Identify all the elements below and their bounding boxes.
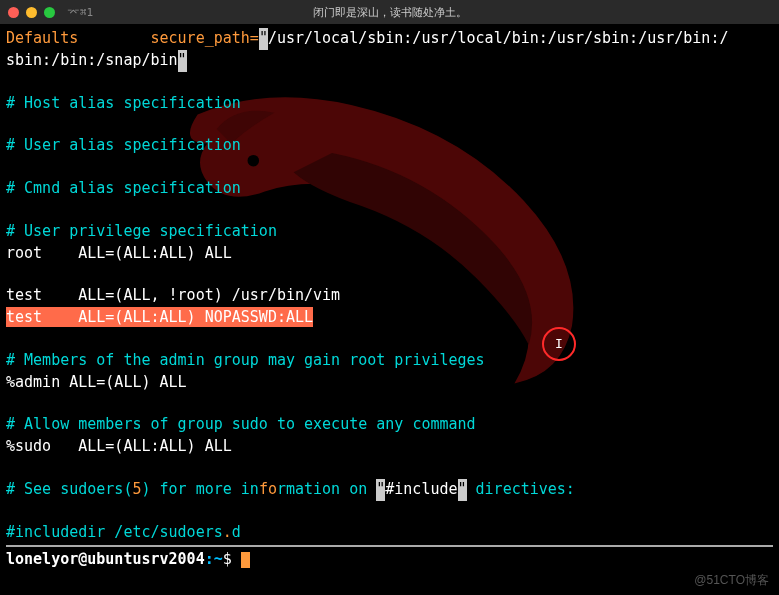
- comment-line: # Allow members of group sudo to execute…: [6, 414, 773, 436]
- comment-line: # User alias specification: [6, 135, 773, 157]
- comment-line: # See sudoers(5) for more information on…: [6, 479, 773, 501]
- comment-line: # User privilege specification: [6, 221, 773, 243]
- cursor-icon: [241, 552, 250, 568]
- shell-prompt[interactable]: lonelyor@ubuntusrv2004:~$: [6, 547, 773, 571]
- comment-line: # Cmnd alias specification: [6, 178, 773, 200]
- blank-line: [6, 200, 773, 221]
- terminal-content: Defaults secure_path="/usr/local/sbin:/u…: [6, 28, 773, 571]
- prompt-host: ubuntusrv2004: [87, 550, 204, 568]
- minimize-icon[interactable]: [26, 7, 37, 18]
- sudoers-line: Defaults secure_path="/usr/local/sbin:/u…: [6, 28, 773, 50]
- window-title: 闭门即是深山，读书随处净土。: [313, 5, 467, 20]
- blank-line: [6, 329, 773, 350]
- sudoers-line: test ALL=(ALL, !root) /usr/bin/vim: [6, 285, 773, 307]
- comment-line: # Members of the admin group may gain ro…: [6, 350, 773, 372]
- blank-line: [6, 458, 773, 479]
- blank-line: [6, 264, 773, 285]
- comment-line: # Host alias specification: [6, 93, 773, 115]
- blank-line: [6, 114, 773, 135]
- comment-line: #includedir /etc/sudoers.d: [6, 522, 773, 544]
- titlebar: ⌤⌘1 闭门即是深山，读书随处净土。: [0, 0, 779, 24]
- traffic-lights: [8, 7, 55, 18]
- blank-line: [6, 72, 773, 93]
- tab-indicator: ⌤⌘1: [67, 6, 93, 19]
- sudoers-line: %admin ALL=(ALL) ALL: [6, 372, 773, 394]
- prompt-user: lonelyor: [6, 550, 78, 568]
- maximize-icon[interactable]: [44, 7, 55, 18]
- prompt-path: ~: [214, 550, 223, 568]
- sudoers-line: root ALL=(ALL:ALL) ALL: [6, 243, 773, 265]
- sudoers-line: sbin:/bin:/snap/bin": [6, 50, 773, 72]
- blank-line: [6, 157, 773, 178]
- close-icon[interactable]: [8, 7, 19, 18]
- watermark: @51CTO博客: [694, 572, 769, 589]
- highlighted-line: test ALL=(ALL:ALL) NOPASSWD:ALL: [6, 307, 773, 329]
- blank-line: [6, 501, 773, 522]
- sudoers-line: %sudo ALL=(ALL:ALL) ALL: [6, 436, 773, 458]
- terminal[interactable]: I Defaults secure_path="/usr/local/sbin:…: [0, 24, 779, 595]
- blank-line: [6, 393, 773, 414]
